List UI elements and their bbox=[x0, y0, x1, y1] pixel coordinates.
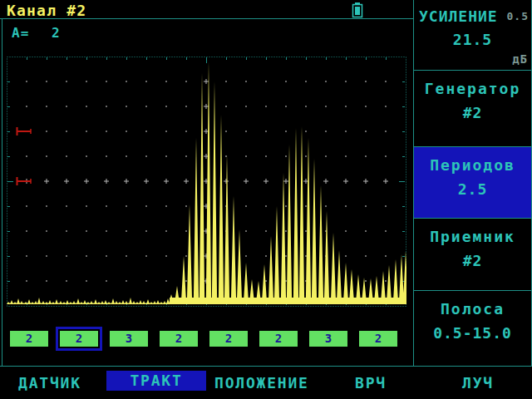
gate-marker-1 bbox=[17, 127, 31, 135]
generator-value: #2 bbox=[414, 104, 531, 121]
receiver-value: #2 bbox=[414, 252, 531, 269]
gain-block[interactable]: УСИЛЕНИЕ 0.5 21.5 дБ bbox=[414, 0, 531, 71]
periods-block-selected[interactable]: Периодов 2.5 bbox=[414, 147, 531, 219]
gain-unit: дБ bbox=[512, 52, 528, 66]
generator-label: Генератор bbox=[414, 80, 531, 97]
channel-button-7[interactable]: 3 bbox=[309, 331, 347, 347]
menu-item-position[interactable]: ПОЛОЖЕНИЕ bbox=[214, 374, 309, 392]
channel-button-8[interactable]: 2 bbox=[359, 331, 397, 347]
ascan-waveform-plot bbox=[7, 57, 406, 307]
receiver-block[interactable]: Приемник #2 bbox=[414, 219, 531, 291]
gain-value: 21.5 bbox=[414, 31, 531, 48]
channel-button-3[interactable]: 3 bbox=[110, 331, 148, 347]
left-frame-border bbox=[2, 18, 2, 366]
battery-icon bbox=[352, 2, 363, 18]
settings-panel: УСИЛЕНИЕ 0.5 21.5 дБ Генератор #2 Период… bbox=[413, 0, 532, 367]
periods-value: 2.5 bbox=[414, 180, 531, 198]
generator-block[interactable]: Генератор #2 bbox=[414, 71, 531, 147]
header-underline bbox=[0, 18, 413, 19]
menu-item-tract-selected[interactable]: ТРАКТ bbox=[106, 371, 206, 391]
amplitude-label: А= bbox=[12, 25, 29, 41]
amplitude-value: 2 bbox=[52, 25, 60, 41]
device-screen: Канал #2 А= 2 2 2 3 2 2 2 3 2 ДАТЧИК ТРА… bbox=[0, 0, 532, 399]
channel-button-5[interactable]: 2 bbox=[209, 331, 248, 347]
band-label: Полоса bbox=[414, 300, 531, 318]
channel-button-4[interactable]: 2 bbox=[160, 331, 198, 347]
echo-spikes bbox=[169, 62, 406, 304]
gain-step-value: 0.5 bbox=[507, 10, 529, 22]
channel-button-1[interactable]: 2 bbox=[10, 331, 48, 347]
channel-button-row: 2 2 3 2 2 2 3 2 bbox=[10, 331, 397, 347]
channel-button-6[interactable]: 2 bbox=[259, 331, 298, 347]
menu-item-beam[interactable]: ЛУЧ bbox=[462, 374, 494, 392]
channel-button-2-selected[interactable]: 2 bbox=[60, 331, 98, 347]
menu-item-tvg[interactable]: ВРЧ bbox=[355, 374, 387, 392]
band-block[interactable]: Полоса 0.5-15.0 bbox=[414, 291, 531, 366]
menu-item-sensor[interactable]: ДАТЧИК bbox=[18, 374, 81, 392]
gain-label: УСИЛЕНИЕ bbox=[419, 7, 498, 25]
channel-title: Канал #2 bbox=[7, 2, 86, 19]
receiver-label: Приемник bbox=[414, 228, 531, 245]
band-value: 0.5-15.0 bbox=[414, 324, 531, 342]
gate-marker-2 bbox=[17, 177, 31, 185]
periods-label: Периодов bbox=[414, 156, 531, 174]
